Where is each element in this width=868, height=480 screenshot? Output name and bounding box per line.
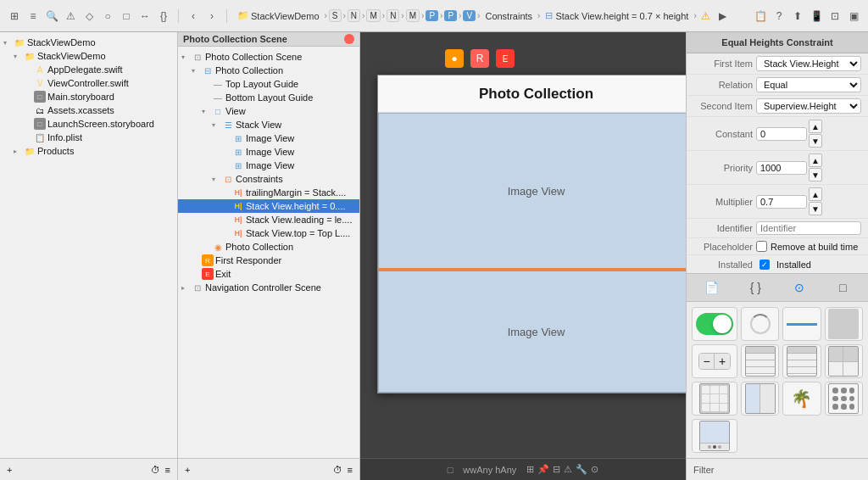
add-constraint-icon[interactable]: + xyxy=(185,465,190,475)
scene-icon-exit[interactable]: E xyxy=(496,49,515,68)
help-icon[interactable]: ? xyxy=(771,8,787,24)
image-view-top[interactable]: Image View xyxy=(378,113,686,270)
constant-up[interactable]: ▲ xyxy=(809,120,822,133)
device-icon[interactable]: □ xyxy=(448,465,453,475)
nav-back-button[interactable]: ‹ xyxy=(186,8,201,24)
tree-item-group[interactable]: ▾ 📁 StackViewDemo xyxy=(0,49,177,63)
tree-item-imageview2[interactable]: ▸ ⊞ Image View xyxy=(178,145,359,159)
play-icon[interactable]: ▶ xyxy=(715,8,731,24)
tree-item-constraints[interactable]: ▾ ⊡ Constraints xyxy=(178,172,359,186)
objects-tab-media[interactable]: □ xyxy=(830,277,855,298)
priority-down[interactable]: ▼ xyxy=(809,168,822,181)
tree-item-imageview1[interactable]: ▸ ⊞ Image View xyxy=(178,131,359,145)
tree-item-scene[interactable]: ▾ ⊡ Photo Collection Scene xyxy=(178,50,359,64)
obj-tabview[interactable]: 🌴 xyxy=(782,382,821,416)
share-icon[interactable]: ⬆ xyxy=(790,8,805,24)
toolbar-icon-warning[interactable]: ⚠ xyxy=(63,8,78,24)
toolbar-icon-square[interactable]: □ xyxy=(119,8,134,24)
multiplier-input[interactable] xyxy=(756,195,807,209)
tree-item-constraint3[interactable]: ▸ H| Stack View.leading = le.... xyxy=(178,213,359,226)
history-icon[interactable]: ⏱ xyxy=(151,465,160,475)
obj-line[interactable] xyxy=(782,307,821,341)
canvas-area[interactable]: ● R E Photo Collection Image Vi xyxy=(360,32,686,458)
tree-item-toplayout[interactable]: ▸ — Top Layout Guide xyxy=(178,77,359,91)
breadcrumb-v[interactable]: V xyxy=(463,10,476,21)
tree-item-root[interactable]: ▾ 📁 StackViewDemo xyxy=(0,36,177,49)
resolve-icon[interactable]: 🔧 xyxy=(576,464,587,475)
warning-icon[interactable]: ⚠ xyxy=(698,8,714,24)
image-view-bottom[interactable]: Image View xyxy=(378,270,686,393)
filter-icon[interactable]: ≡ xyxy=(165,465,170,475)
breadcrumb-p2[interactable]: P xyxy=(444,10,457,21)
toolbar-icon-circle[interactable]: ○ xyxy=(100,8,115,24)
add-file-icon[interactable]: + xyxy=(7,465,12,475)
obj-grid[interactable] xyxy=(825,382,863,416)
placeholder-checkbox[interactable] xyxy=(756,241,767,252)
devices-icon[interactable]: 📱 xyxy=(809,8,824,24)
multiplier-stepper[interactable]: ▲ ▼ xyxy=(809,187,822,215)
priority-input[interactable] xyxy=(756,161,807,175)
tree-item-launchscreen[interactable]: ▸ □ LaunchScreen.storyboard xyxy=(0,117,177,131)
installed-checkbox[interactable]: ✓ xyxy=(760,260,770,270)
toolbar-icon-code[interactable]: {} xyxy=(156,8,171,24)
multiplier-up[interactable]: ▲ xyxy=(809,187,822,201)
tree-item-photocollection[interactable]: ▾ ⊟ Photo Collection xyxy=(178,64,359,77)
tree-item-mainstoryboard[interactable]: ▸ □ Main.storyboard xyxy=(0,90,177,103)
first-item-select[interactable]: Stack View.Height xyxy=(756,56,861,71)
constant-down[interactable]: ▼ xyxy=(809,134,822,148)
inspector-icon[interactable]: 📋 xyxy=(753,8,768,24)
toolbar-icon-search[interactable]: 🔍 xyxy=(44,8,59,24)
objects-tab-code[interactable]: { } xyxy=(743,277,768,298)
tree-item-photocollection2[interactable]: ▸ ◉ Photo Collection xyxy=(178,240,359,254)
pin-icon[interactable]: 📌 xyxy=(537,464,549,475)
nav-forward-button[interactable]: › xyxy=(204,8,220,24)
obj-table1[interactable] xyxy=(741,344,779,378)
middle-filter-icon[interactable]: ≡ xyxy=(348,465,353,475)
multiplier-down[interactable]: ▼ xyxy=(809,202,822,215)
breadcrumb-n[interactable]: N xyxy=(348,9,360,22)
obj-toggle[interactable] xyxy=(692,307,737,341)
tree-item-firstresponder[interactable]: ▸ R First Responder xyxy=(178,254,359,267)
obj-collection[interactable] xyxy=(692,382,737,416)
second-item-value[interactable]: Superview.Height xyxy=(756,98,861,114)
relation-value[interactable]: Equal xyxy=(756,77,861,92)
tree-item-products[interactable]: ▸ 📁 Products xyxy=(0,144,177,158)
objects-tab-file[interactable]: 📄 xyxy=(699,277,725,298)
tree-item-navscene[interactable]: ▸ ⊡ Navigation Controller Scene xyxy=(178,281,359,294)
issue-icon[interactable]: ⚠ xyxy=(564,464,572,475)
toolbar-icon-grid[interactable]: ⊞ xyxy=(7,8,22,24)
breadcrumb-m2[interactable]: M xyxy=(406,9,420,22)
obj-table3[interactable] xyxy=(825,344,863,378)
relation-select[interactable]: Equal xyxy=(756,77,861,92)
tree-item-constraint1[interactable]: ▸ H| trailingMargin = Stack.... xyxy=(178,186,359,199)
tree-item-infoplist[interactable]: ▸ 📋 Info.plist xyxy=(0,131,177,144)
grid-icon[interactable]: ⊞ xyxy=(526,464,534,475)
toolbar-icon-diamond[interactable]: ◇ xyxy=(81,8,97,24)
breadcrumb-constraints[interactable]: Constraints xyxy=(481,9,536,23)
toolbar-icon-link[interactable]: ↔ xyxy=(137,8,153,24)
constant-input[interactable] xyxy=(756,127,807,141)
objects-tab-object[interactable]: ⊙ xyxy=(787,277,812,298)
priority-up[interactable]: ▲ xyxy=(809,153,822,167)
obj-pagecontrol[interactable] xyxy=(692,419,737,453)
priority-stepper[interactable]: ▲ ▼ xyxy=(809,153,822,181)
align-icon[interactable]: ⊟ xyxy=(553,464,560,475)
breadcrumb-p1[interactable]: P xyxy=(426,10,438,21)
breadcrumb-stackviewdemo[interactable]: 📁 StackViewDemo xyxy=(234,8,323,23)
identifier-value[interactable] xyxy=(756,221,861,235)
tree-item-stackview[interactable]: ▾ ☰ Stack View xyxy=(178,118,359,131)
constant-stepper[interactable]: ▲ ▼ xyxy=(809,120,822,148)
close-scene-btn[interactable] xyxy=(344,34,354,44)
tree-item-view[interactable]: ▾ □ View xyxy=(178,104,359,118)
tree-item-exit[interactable]: ▸ E Exit xyxy=(178,267,359,281)
tree-item-viewcontroller[interactable]: ▸ V ViewController.swift xyxy=(0,76,177,90)
panel-icon[interactable]: ▣ xyxy=(846,8,861,24)
first-item-value[interactable]: Stack View.Height xyxy=(756,56,861,71)
breadcrumb-constraint-detail[interactable]: ⊟ Stack View.height = 0.7 × height xyxy=(542,8,692,23)
obj-spinner[interactable] xyxy=(741,307,779,341)
tree-item-appdelegate[interactable]: ▸ A AppDelegate.swift xyxy=(0,63,177,76)
zoom-icon[interactable]: ⊙ xyxy=(591,464,598,475)
installed-checkbox-area[interactable]: ✓ xyxy=(760,259,770,270)
tree-item-constraint2-selected[interactable]: ▸ H| Stack View.height = 0.... xyxy=(178,199,359,213)
scene-icon-orange[interactable]: ● xyxy=(445,49,464,68)
